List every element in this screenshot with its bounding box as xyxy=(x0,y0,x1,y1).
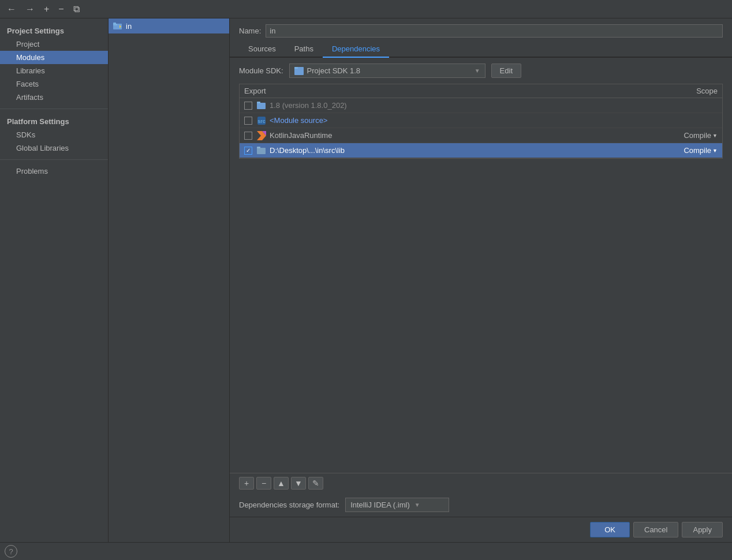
sdk-select-dropdown[interactable]: Project SDK 1.8 ▼ xyxy=(289,64,485,78)
remove-dep-button[interactable]: − xyxy=(256,477,271,490)
add-module-button[interactable]: + xyxy=(42,3,51,16)
sdk-select-inner: Project SDK 1.8 xyxy=(294,66,361,75)
dep-spacer xyxy=(230,159,732,473)
dep-row-source[interactable]: src <Module source> xyxy=(240,113,722,128)
platform-settings-title: Platform Settings xyxy=(0,114,108,128)
name-col-header xyxy=(273,87,660,95)
storage-format-select[interactable]: IntelliJ IDEA (.iml) ▼ xyxy=(345,498,449,512)
svg-rect-13 xyxy=(257,148,266,154)
back-button[interactable]: ← xyxy=(5,3,18,16)
dep-checkbox-lib[interactable] xyxy=(244,147,252,155)
ok-button[interactable]: OK xyxy=(590,522,630,537)
svg-rect-4 xyxy=(294,68,303,74)
dependencies-content: Module SDK: Project SDK 1.8 ▼ Edit xyxy=(230,58,732,517)
module-list-panel: in xyxy=(109,18,230,542)
sidebar-item-artifacts[interactable]: Artifacts xyxy=(0,91,108,104)
svg-rect-7 xyxy=(257,102,260,103)
sdk-value: Project SDK 1.8 xyxy=(307,66,361,75)
dep-name-sdk: 1.8 (version 1.8.0_202) xyxy=(270,101,660,110)
remove-module-button[interactable]: − xyxy=(56,3,66,16)
sidebar-item-sdks[interactable]: SDKs xyxy=(0,128,108,141)
help-bar: ? xyxy=(0,542,732,560)
dep-checkbox-source[interactable] xyxy=(244,117,252,125)
help-button[interactable]: ? xyxy=(5,545,17,558)
storage-label: Dependencies storage format: xyxy=(239,501,339,509)
sidebar-item-problems[interactable]: Problems xyxy=(0,165,108,178)
tabs-row: Sources Paths Dependencies xyxy=(230,41,732,58)
main-layout: Project Settings Project Modules Librari… xyxy=(0,18,732,542)
tab-dependencies[interactable]: Dependencies xyxy=(323,41,389,58)
scope-chevron-kotlin: ▼ xyxy=(712,133,718,139)
scope-chevron-lib: ▼ xyxy=(712,148,718,154)
sdk-label: Module SDK: xyxy=(239,66,283,75)
svg-rect-2 xyxy=(113,23,116,24)
edit-button[interactable]: Edit xyxy=(491,64,521,78)
name-row: Name: xyxy=(230,18,732,41)
svg-rect-14 xyxy=(257,147,260,148)
dep-name-kotlin: KotlinJavaRuntime xyxy=(270,131,660,140)
module-item-label: in xyxy=(126,22,132,31)
dep-checkbox-kotlin[interactable] xyxy=(244,132,252,140)
top-toolbar: ← → + − ⧉ xyxy=(0,0,732,18)
dep-icon-kotlin xyxy=(257,131,266,140)
sidebar-item-libraries[interactable]: Libraries xyxy=(0,64,108,77)
dep-scope-lib: Compile ▼ xyxy=(660,146,718,155)
module-item-in[interactable]: in xyxy=(109,18,229,33)
dep-name-lib: D:\Desktop\...\in\src\lib xyxy=(270,146,660,155)
scope-col-header: Scope xyxy=(660,87,718,95)
edit-dep-button[interactable]: ✎ xyxy=(308,477,323,490)
apply-button[interactable]: Apply xyxy=(682,522,723,537)
dep-icon-sdk xyxy=(257,101,266,110)
copy-module-button[interactable]: ⧉ xyxy=(71,3,82,16)
dep-table-header-container: Export Scope 1.8 (version 1.8.0_202) xyxy=(239,84,723,159)
sdk-row: Module SDK: Project SDK 1.8 ▼ Edit xyxy=(230,58,732,84)
module-folder-icon xyxy=(113,21,122,31)
content-panel: Name: Sources Paths Dependencies Module … xyxy=(230,18,732,542)
sidebar: Project Settings Project Modules Librari… xyxy=(0,18,109,542)
sidebar-item-global-libraries[interactable]: Global Libraries xyxy=(0,141,108,155)
storage-format-value: IntelliJ IDEA (.iml) xyxy=(350,501,410,509)
sidebar-divider-2 xyxy=(0,159,108,160)
export-col-header: Export xyxy=(244,87,273,95)
storage-format-chevron: ▼ xyxy=(414,502,420,508)
project-settings-title: Project Settings xyxy=(0,23,108,38)
cancel-button[interactable]: Cancel xyxy=(633,522,678,537)
sdk-folder-icon xyxy=(294,67,304,75)
dep-name-source: <Module source> xyxy=(270,116,660,125)
forward-button[interactable]: → xyxy=(23,3,37,16)
sidebar-item-facets[interactable]: Facets xyxy=(0,77,108,91)
dep-checkbox-sdk[interactable] xyxy=(244,102,252,110)
move-down-button[interactable]: ▼ xyxy=(291,477,306,490)
name-input[interactable] xyxy=(266,24,723,38)
tab-sources[interactable]: Sources xyxy=(239,41,285,58)
dep-row-sdk[interactable]: 1.8 (version 1.8.0_202) xyxy=(240,98,722,113)
sidebar-item-modules[interactable]: Modules xyxy=(0,51,108,64)
dep-icon-source: src xyxy=(257,116,266,125)
bottom-actions: OK Cancel Apply xyxy=(230,517,732,542)
dep-icon-lib xyxy=(257,146,266,155)
sidebar-item-project[interactable]: Project xyxy=(0,38,108,51)
svg-text:src: src xyxy=(257,118,266,124)
dep-row-lib[interactable]: D:\Desktop\...\in\src\lib Compile ▼ xyxy=(240,143,722,158)
add-dep-button[interactable]: + xyxy=(239,477,254,490)
svg-rect-5 xyxy=(294,67,298,69)
storage-row: Dependencies storage format: IntelliJ ID… xyxy=(230,493,732,517)
svg-rect-6 xyxy=(257,103,266,109)
dep-row-kotlin[interactable]: KotlinJavaRuntime Compile ▼ xyxy=(240,128,722,143)
tab-paths[interactable]: Paths xyxy=(285,41,323,58)
dep-table-header: Export Scope xyxy=(240,84,722,98)
sidebar-divider xyxy=(0,109,108,109)
move-up-button[interactable]: ▲ xyxy=(274,477,289,490)
bottom-toolbar: + − ▲ ▼ ✎ xyxy=(230,473,732,493)
name-label: Name: xyxy=(239,27,261,35)
dep-scope-kotlin: Compile ▼ xyxy=(660,131,718,140)
chevron-down-icon: ▼ xyxy=(475,68,480,74)
